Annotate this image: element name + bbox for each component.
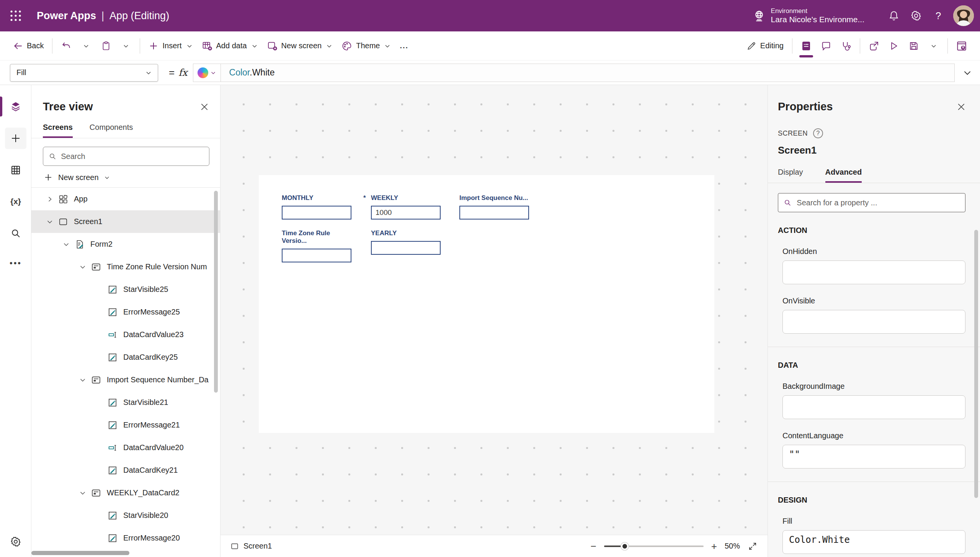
formula-bar-expand-button[interactable]: [955, 69, 980, 77]
comments-button[interactable]: [816, 36, 836, 56]
rail-data-button[interactable]: [5, 159, 26, 181]
zoom-out-button[interactable]: −: [591, 541, 596, 551]
zoom-in-button[interactable]: +: [711, 541, 717, 551]
property-value-box[interactable]: [782, 395, 965, 419]
properties-scrollbar[interactable]: [974, 230, 978, 498]
tree-vertical-scrollbar[interactable]: [214, 191, 218, 393]
tree-item-label: Import Sequence Number_Da: [107, 375, 209, 384]
tree-item[interactable]: Time Zone Rule Version Num: [31, 256, 220, 278]
properties-close-button[interactable]: [957, 103, 965, 111]
notifications-button[interactable]: [883, 5, 905, 27]
app-launcher-button[interactable]: [0, 0, 31, 31]
chevron-down-icon[interactable]: [77, 264, 88, 270]
undo-menu-button[interactable]: [76, 36, 96, 56]
property-value-box[interactable]: "": [782, 445, 965, 469]
help-icon[interactable]: ?: [813, 128, 823, 138]
new-screen-button[interactable]: New screen: [262, 36, 337, 56]
rail-search-button[interactable]: [5, 223, 26, 244]
rail-more-button[interactable]: •••: [5, 252, 26, 274]
product-name[interactable]: Power Apps: [37, 10, 96, 22]
environment-picker[interactable]: Environment Lara Nicole's Environme...: [753, 7, 864, 24]
rail-tree-view-button[interactable]: [5, 96, 26, 117]
property-value-box[interactable]: Color.White: [782, 530, 965, 554]
formula-text[interactable]: Color.White: [229, 67, 275, 78]
tree-item[interactable]: ErrorMessage21: [31, 414, 220, 436]
tree-item[interactable]: Import Sequence Number_Da: [31, 369, 220, 391]
add-data-button[interactable]: Add data: [197, 36, 262, 56]
tree-item[interactable]: DataCardValue23: [31, 323, 220, 346]
tree-item[interactable]: DataCardKey25: [31, 346, 220, 369]
rail-settings-button[interactable]: [5, 531, 26, 552]
tree-item[interactable]: App: [31, 188, 220, 210]
tree-search-box[interactable]: [43, 147, 209, 166]
tree-item[interactable]: StarVisible20: [31, 504, 220, 527]
chevron-down-icon[interactable]: [60, 241, 72, 247]
fit-to-window-icon[interactable]: [748, 541, 758, 551]
publish-button[interactable]: [952, 36, 972, 56]
undo-button[interactable]: [56, 36, 76, 56]
tree-view-close-button[interactable]: [200, 103, 209, 111]
copilot-button[interactable]: [193, 64, 221, 82]
comment-icon: [821, 41, 831, 51]
waffle-icon: [10, 10, 21, 21]
chevron-right-icon[interactable]: [44, 196, 56, 202]
property-label: BackgroundImage: [782, 382, 965, 391]
form-field-input[interactable]: [371, 206, 441, 220]
property-value-box[interactable]: [782, 260, 965, 284]
tab-components[interactable]: Components: [90, 123, 133, 138]
form-field-input[interactable]: [459, 206, 529, 220]
rail-insert-button[interactable]: [5, 128, 26, 149]
save-button[interactable]: [904, 36, 924, 56]
paste-button[interactable]: [96, 36, 116, 56]
tree-item[interactable]: ErrorMessage20: [31, 527, 220, 549]
more-commands-button[interactable]: ...: [395, 36, 413, 56]
current-screen-chip[interactable]: Screen1: [230, 542, 272, 550]
tab-display[interactable]: Display: [778, 168, 803, 183]
tree-item[interactable]: WEEKLY_DataCard2: [31, 482, 220, 504]
tree-item[interactable]: Screen1: [31, 210, 220, 233]
zoom-slider[interactable]: [604, 546, 704, 547]
tree-item[interactable]: StarVisible21: [31, 391, 220, 414]
tree-horizontal-scrollbar[interactable]: [31, 551, 129, 555]
property-search-box[interactable]: [778, 193, 965, 212]
formula-input[interactable]: Color.White: [193, 64, 955, 82]
account-avatar[interactable]: [953, 5, 974, 26]
tree-item[interactable]: StarVisible25: [31, 278, 220, 301]
paste-menu-button[interactable]: [116, 36, 136, 56]
share-button[interactable]: [864, 36, 884, 56]
divider: [792, 38, 792, 54]
preview-button[interactable]: [884, 36, 904, 56]
zoom-slider-thumb[interactable]: [621, 542, 629, 550]
tree-item[interactable]: ErrorMessage25: [31, 301, 220, 323]
tree-item[interactable]: Form2: [31, 233, 220, 256]
theme-button[interactable]: Theme: [337, 36, 395, 56]
editing-mode-button[interactable]: Editing: [742, 36, 788, 56]
tree-item[interactable]: DataCardValue20: [31, 436, 220, 459]
settings-button[interactable]: [905, 5, 927, 27]
chevron-down-icon[interactable]: [77, 377, 88, 383]
screen1-artboard[interactable]: MONTHLY*WEEKLYImport Sequence Nu...Time …: [259, 175, 714, 433]
property-value-box[interactable]: [782, 310, 965, 334]
tree-search-input[interactable]: [61, 152, 204, 161]
divider: [140, 38, 140, 54]
save-menu-button[interactable]: [924, 36, 944, 56]
tab-advanced[interactable]: Advanced: [825, 168, 862, 183]
tab-screens[interactable]: Screens: [43, 123, 73, 138]
tree-item[interactable]: DataCardKey21: [31, 459, 220, 482]
rail-variables-button[interactable]: {x}: [5, 191, 26, 212]
form-field-input[interactable]: [282, 249, 351, 262]
property-selector-dropdown[interactable]: Fill: [10, 64, 158, 82]
properties-pane-toggle[interactable]: [796, 36, 816, 56]
design-canvas[interactable]: MONTHLY*WEEKLYImport Sequence Nu...Time …: [220, 85, 768, 557]
back-button[interactable]: Back: [8, 36, 48, 56]
insert-button[interactable]: Insert: [144, 36, 197, 56]
help-button[interactable]: ?: [927, 5, 949, 27]
tree-new-screen-button[interactable]: New screen: [44, 173, 220, 182]
property-search-input[interactable]: [797, 198, 960, 207]
form-field-input[interactable]: [282, 206, 351, 220]
chevron-down-icon[interactable]: [44, 219, 56, 225]
form-field-input[interactable]: [371, 241, 441, 255]
app-checker-button[interactable]: [836, 36, 856, 56]
chevron-down-icon[interactable]: [77, 490, 88, 496]
label-icon: [106, 533, 119, 543]
